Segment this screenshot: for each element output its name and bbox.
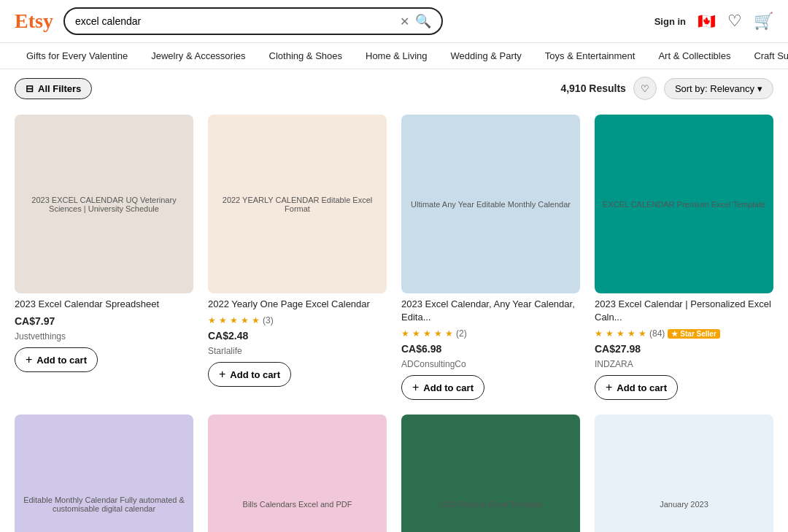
sort-label: Sort by: Relevancy — [675, 83, 754, 94]
product-grid: 2023 EXCEL CALENDAR UQ Veterinary Scienc… — [0, 107, 788, 532]
sign-in-link[interactable]: Sign in — [654, 16, 686, 27]
product-price: CA$2.48 — [208, 330, 248, 342]
cart-icon[interactable]: 🛒 — [754, 12, 773, 31]
search-icon[interactable]: 🔍 — [415, 13, 431, 29]
product-shop: INDZARA — [595, 359, 773, 369]
product-image: January 2023 — [595, 415, 773, 532]
results-count: 4,910 Results — [560, 82, 626, 94]
plus-icon: + — [412, 381, 419, 394]
product-card-8[interactable]: January 2023 Colorful Excel Calendar 202… — [595, 415, 773, 532]
star-full-icon: ★ — [412, 328, 420, 339]
product-image: Bills Calendars Excel and PDF — [208, 415, 387, 532]
nav-item-home[interactable]: Home & Living — [354, 43, 439, 69]
product-stars-row: ★★★★★(2) — [401, 328, 580, 339]
product-price: CA$6.98 — [401, 343, 441, 355]
product-price-row: CA$7.97 — [15, 315, 193, 327]
star-full-icon: ★ — [208, 315, 216, 325]
product-image: Editable Monthly Calendar Fully automate… — [15, 415, 193, 532]
add-to-cart-button[interactable]: + Add to cart — [595, 375, 678, 400]
product-image: 2022 Planner Excel Template — [401, 415, 580, 532]
star-icon: ★ — [671, 330, 678, 338]
review-count: (3) — [263, 315, 274, 325]
flag-icon[interactable]: 🇨🇦 — [698, 12, 716, 30]
product-shop: Starlalife — [208, 346, 387, 356]
product-image: EXCEL CALENDAR Premium Excel Template — [595, 115, 773, 293]
nav-item-valentines[interactable]: Gifts for Every Valentine — [15, 43, 139, 69]
header: Etsy ✕ 🔍 Sign in 🇨🇦 ♡ 🛒 — [0, 0, 788, 43]
product-price: CA$27.98 — [595, 343, 641, 355]
heart-icon: ♡ — [641, 83, 649, 94]
nav-item-wedding[interactable]: Wedding & Party — [439, 43, 533, 69]
add-to-cart-label: Add to cart — [423, 382, 474, 393]
add-to-cart-label: Add to cart — [617, 382, 667, 393]
results-area: 4,910 Results ♡ Sort by: Relevancy ▾ — [560, 77, 773, 100]
review-count: (84) — [649, 328, 665, 339]
product-price-row: CA$2.48 — [208, 330, 387, 342]
filter-icon: ⊟ — [26, 83, 34, 94]
product-card-5[interactable]: Editable Monthly Calendar Fully automate… — [15, 415, 193, 532]
save-results-button[interactable]: ♡ — [633, 77, 657, 100]
nav-item-clothing[interactable]: Clothing & Shoes — [258, 43, 354, 69]
chevron-down-icon: ▾ — [757, 83, 762, 94]
star-full-icon: ★ — [617, 328, 625, 339]
product-card-2[interactable]: 2022 YEARLY CALENDAR Editable Excel Form… — [208, 115, 387, 400]
product-shop: ADConsultingCo — [401, 359, 580, 369]
product-image-placeholder: 2022 Planner Excel Template — [401, 415, 580, 532]
nav-item-craft[interactable]: Craft Supplies — [742, 43, 788, 69]
nav-item-jewelry[interactable]: Jewelry & Accessories — [139, 43, 257, 69]
star-full-icon: ★ — [627, 328, 636, 339]
product-image-placeholder: January 2023 — [595, 415, 773, 532]
star-full-icon: ★ — [401, 328, 409, 339]
star-full-icon: ★ — [230, 315, 238, 325]
toolbar: ⊟ All Filters 4,910 Results ♡ Sort by: R… — [0, 69, 788, 107]
product-stars-row: ★★★★★(3) — [208, 315, 387, 325]
add-to-cart-button[interactable]: + Add to cart — [401, 375, 484, 400]
add-to-cart-label: Add to cart — [36, 355, 87, 366]
product-image-placeholder: Ultimate Any Year Editable Monthly Calen… — [401, 115, 580, 293]
product-card-6[interactable]: Bills Calendars Excel and PDF Excel Cale… — [208, 415, 387, 532]
product-title: 2022 Yearly One Page Excel Calendar — [208, 298, 387, 311]
header-actions: Sign in 🇨🇦 ♡ 🛒 — [654, 12, 773, 31]
star-seller-badge: ★ Star Seller — [668, 329, 719, 339]
product-card-7[interactable]: 2022 Planner Excel Template 2023 Calenda… — [401, 415, 580, 532]
add-to-cart-button[interactable]: + Add to cart — [15, 347, 98, 372]
filters-label: All Filters — [38, 83, 81, 94]
product-card-1[interactable]: 2023 EXCEL CALENDAR UQ Veterinary Scienc… — [15, 115, 193, 400]
product-title: 2023 Excel Calendar | Personalized Excel… — [595, 298, 773, 324]
plus-icon: + — [219, 368, 225, 381]
product-shop: Justvetthings — [15, 331, 193, 342]
star-full-icon: ★ — [595, 328, 603, 339]
product-image: 2023 EXCEL CALENDAR UQ Veterinary Scienc… — [15, 115, 193, 293]
main-nav: Gifts for Every Valentine Jewelry & Acce… — [0, 43, 788, 69]
product-image-placeholder: Bills Calendars Excel and PDF — [208, 415, 387, 532]
product-price-row: CA$27.98 — [595, 343, 773, 355]
star-full-icon: ★ — [606, 328, 614, 339]
plus-icon: + — [26, 353, 32, 366]
nav-item-toys[interactable]: Toys & Entertainment — [533, 43, 647, 69]
star-full-icon: ★ — [445, 328, 453, 339]
add-to-cart-label: Add to cart — [230, 369, 280, 380]
clear-icon[interactable]: ✕ — [400, 15, 409, 28]
filters-button[interactable]: ⊟ All Filters — [15, 78, 92, 99]
nav-item-art[interactable]: Art & Collectibles — [646, 43, 742, 69]
search-input[interactable] — [75, 15, 394, 27]
product-card-4[interactable]: EXCEL CALENDAR Premium Excel Template 20… — [595, 115, 773, 400]
product-title: 2023 Excel Calendar Spreadsheet — [15, 298, 193, 311]
sort-button[interactable]: Sort by: Relevancy ▾ — [664, 78, 773, 99]
product-image-placeholder: 2023 EXCEL CALENDAR UQ Veterinary Scienc… — [15, 115, 193, 293]
star-full-icon: ★ — [241, 315, 249, 325]
product-image-placeholder: Editable Monthly Calendar Fully automate… — [15, 415, 193, 532]
star-full-icon: ★ — [219, 315, 227, 325]
product-image-placeholder: EXCEL CALENDAR Premium Excel Template — [595, 115, 773, 293]
search-bar: ✕ 🔍 — [63, 7, 443, 35]
etsy-logo[interactable]: Etsy — [15, 9, 53, 33]
product-price-row: CA$6.98 — [401, 343, 580, 355]
add-to-cart-button[interactable]: + Add to cart — [208, 362, 291, 387]
product-title: 2023 Excel Calendar, Any Year Calendar, … — [401, 298, 580, 324]
product-image: 2022 YEARLY CALENDAR Editable Excel Form… — [208, 115, 387, 293]
plus-icon: + — [606, 381, 612, 394]
product-image-placeholder: 2022 YEARLY CALENDAR Editable Excel Form… — [208, 115, 387, 293]
product-stars-row: ★★★★★(84)★ Star Seller — [595, 328, 773, 339]
wishlist-icon[interactable]: ♡ — [727, 12, 742, 31]
product-card-3[interactable]: Ultimate Any Year Editable Monthly Calen… — [401, 115, 580, 400]
